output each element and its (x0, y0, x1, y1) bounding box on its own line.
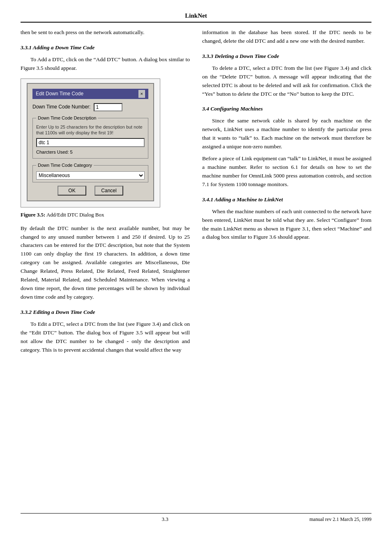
footer-right: manual rev 2.1 March 25, 1999 (309, 516, 371, 523)
desc-hint: Enter Up to 25 characters for the descri… (36, 124, 145, 136)
section-34-para1: Since the same network cable is shared b… (202, 117, 371, 151)
dialog-title-bar: Edit Down Time Code × (32, 89, 148, 99)
desc-group-legend: Down Time Code Description (36, 115, 98, 122)
page-header: LinkNet (21, 12, 371, 23)
dialog-close-button[interactable]: × (138, 90, 145, 98)
section-333-heading: 3.3.3 Deleting a Down Time Code (202, 52, 371, 61)
section-341-heading: 3.4.1 Adding a Machine to LinkNet (202, 196, 371, 204)
chars-used-label: Charcters Used: (36, 150, 69, 154)
right-column: information in the database has been sto… (202, 28, 371, 505)
section-341-para1: When the machine numbers of each unit co… (202, 207, 371, 242)
section-332-heading: 3.3.2 Editing a Down Time Code (21, 308, 190, 317)
chars-used-value: 5 (70, 150, 73, 154)
section-331-heading: 3.3.1 Adding a Down Time Code (21, 44, 190, 52)
dialog-title: Edit Down Time Code (36, 90, 83, 98)
page-footer: 3.3 manual rev 2.1 March 25, 1999 (21, 513, 371, 523)
figure-35-caption-text: Add/Edit DTC Dialog Box (45, 212, 104, 218)
figure-35-caption: Figure 3.5: Add/Edit DTC Dialog Box (21, 211, 190, 219)
desc-input[interactable] (36, 138, 145, 147)
category-group-legend: Down Time Code Category (36, 162, 94, 169)
dialog-inner: Edit Down Time Code × Down Time Code Num… (27, 83, 154, 202)
ok-button[interactable]: OK (58, 186, 86, 196)
header-title: LinkNet (185, 12, 207, 19)
dialog-buttons: OK Cancel (32, 186, 148, 196)
section-332-para1: To Edit a DTC, select a DTC from the lis… (21, 320, 190, 355)
category-group: Down Time Code Category Miscellaneous Di… (32, 162, 148, 182)
two-column-layout: then be sent to each press on the networ… (21, 28, 371, 505)
left-column: then be sent to each press on the networ… (21, 28, 190, 505)
figure-35-box: Edit Down Time Code × Down Time Code Num… (21, 78, 160, 208)
cancel-button[interactable]: Cancel (95, 186, 123, 196)
dtc-number-label: Down Time Code Number: (32, 103, 90, 111)
left-intro: then be sent to each press on the networ… (21, 28, 190, 37)
section-34-heading: 3.4 Configuring Machines (202, 105, 371, 113)
section-331-para2: By default the DTC number is the next av… (21, 224, 190, 302)
figure-35-caption-bold: Figure 3.5: (21, 212, 45, 218)
chars-used-display: Charcters Used: 5 (36, 149, 145, 156)
section-331-para1: To Add a DTC, click on the “Add DTC” but… (21, 55, 190, 73)
dtc-number-input[interactable] (94, 103, 122, 111)
category-select[interactable]: Miscellaneous Die Change Related Press R… (36, 171, 145, 180)
section-333-para1: To delete a DTC, select a DTC from the l… (202, 64, 371, 99)
footer-center: 3.3 (21, 516, 309, 523)
page: LinkNet then be sent to each press on th… (0, 0, 392, 539)
section-34-para2: Before a piece of Link equipment can “ta… (202, 154, 371, 189)
dtc-number-row: Down Time Code Number: (32, 103, 148, 111)
right-intro: information in the database has been sto… (202, 28, 371, 46)
desc-group: Down Time Code Description Enter Up to 2… (32, 115, 148, 159)
